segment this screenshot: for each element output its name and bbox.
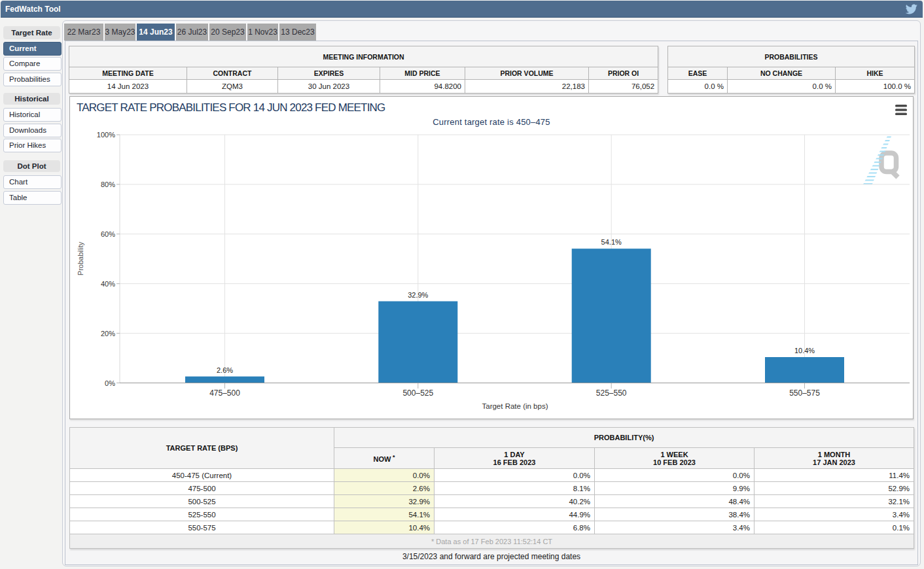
- svg-text:Probability: Probability: [77, 241, 84, 275]
- svg-text:Target Rate (in bps): Target Rate (in bps): [482, 402, 548, 410]
- svg-text:80%: 80%: [101, 181, 115, 188]
- svg-text:60%: 60%: [101, 230, 115, 238]
- svg-text:2.6%: 2.6%: [217, 366, 233, 374]
- svg-text:0%: 0%: [105, 379, 115, 387]
- svg-text:54.1%: 54.1%: [601, 238, 622, 246]
- svg-text:100%: 100%: [97, 131, 115, 139]
- svg-text:550–575: 550–575: [789, 388, 820, 398]
- svg-text:40%: 40%: [101, 280, 115, 288]
- svg-text:20%: 20%: [101, 330, 115, 337]
- svg-text:475–500: 475–500: [209, 388, 240, 398]
- svg-text:32.9%: 32.9%: [408, 291, 428, 299]
- svg-text:10.4%: 10.4%: [794, 347, 815, 354]
- svg-text:525–550: 525–550: [596, 388, 627, 398]
- svg-text:500–525: 500–525: [402, 388, 433, 398]
